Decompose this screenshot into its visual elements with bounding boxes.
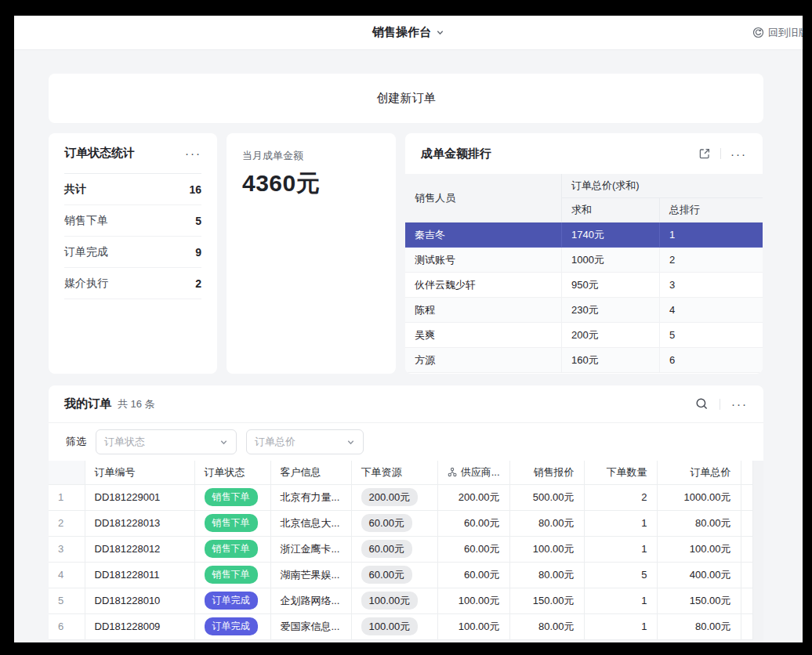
customer-info: 浙江金鹰卡... bbox=[270, 536, 351, 562]
sum-value: 1000元 bbox=[562, 248, 660, 273]
stat-row-order-complete[interactable]: 订单完成 9 bbox=[64, 237, 201, 268]
orders-count: 共 16 条 bbox=[118, 397, 155, 411]
stat-row-media-exec[interactable]: 媒介执行 2 bbox=[64, 268, 201, 299]
order-id: DD181228012 bbox=[85, 536, 194, 562]
supplier-price: 200.00元 bbox=[437, 484, 509, 510]
row-number: 2 bbox=[49, 510, 85, 536]
more-menu-icon[interactable]: ··· bbox=[731, 398, 748, 410]
search-icon[interactable] bbox=[695, 397, 709, 411]
order-total: 100.00元 bbox=[657, 536, 741, 562]
extra-cell bbox=[741, 613, 752, 639]
order-total: 80.00元 bbox=[657, 510, 741, 536]
order-row[interactable]: 5 DD181228010 订单完成 企划路网络... 100.00元 100.… bbox=[49, 588, 752, 613]
my-orders-card: 我的订单 共 16 条 ··· 筛选 订单状态 订单总价 bbox=[49, 385, 763, 642]
order-id: DD181228011 bbox=[85, 562, 194, 588]
my-orders-header: 我的订单 共 16 条 ··· bbox=[49, 385, 763, 423]
stat-row-sales-order[interactable]: 销售下单 5 bbox=[64, 205, 201, 237]
row-number: 5 bbox=[49, 588, 85, 613]
ranking-actions: ··· bbox=[698, 147, 747, 160]
status-badge: 销售下单 bbox=[205, 514, 258, 531]
status-badge: 销售下单 bbox=[205, 540, 258, 557]
chevron-down-icon bbox=[219, 438, 228, 447]
ranking-header: 成单金额排行 ··· bbox=[405, 133, 763, 174]
ranking-table: 销售人员 订单总价(求和) 求和 总排行 秦吉冬 1740元 1 测试账号 10… bbox=[405, 174, 763, 373]
supplier-price: 100.00元 bbox=[437, 588, 509, 613]
customer-info: 北京有力量... bbox=[270, 484, 351, 510]
orders-grid: 订单编号 订单状态 客户信息 下单资源 供应商... bbox=[49, 461, 763, 642]
back-to-old-version-link[interactable]: 回到旧版 bbox=[752, 16, 803, 49]
col-header-supplier[interactable]: 供应商... bbox=[437, 461, 509, 484]
order-status-stats-card: 订单状态统计 ··· 共计 16 销售下单 5 订单完成 9 媒介执行 2 bbox=[49, 133, 217, 374]
ranking-title: 成单金额排行 bbox=[421, 147, 491, 161]
sales-quote: 150.00元 bbox=[509, 588, 584, 613]
order-row[interactable]: 3 DD181228012 销售下单 浙江金鹰卡... 60.00元 60.00… bbox=[49, 536, 752, 562]
ranking-card: 成单金额排行 ··· 销售人员 订单总价(求和) bbox=[405, 133, 763, 374]
chevron-down-icon bbox=[346, 438, 355, 447]
create-order-button[interactable]: 创建新订单 bbox=[49, 74, 763, 123]
sum-value: 160元 bbox=[562, 348, 660, 373]
sum-value: 230元 bbox=[562, 298, 660, 323]
rank-value: 3 bbox=[660, 273, 763, 298]
status-badge: 订单完成 bbox=[205, 617, 258, 635]
col-header-extra bbox=[741, 461, 752, 484]
order-status-filter-select[interactable]: 订单状态 bbox=[96, 429, 237, 454]
order-row[interactable]: 6 DD181228009 订单完成 爱国家信息... 100.00元 100.… bbox=[49, 613, 752, 639]
col-header-order-status[interactable]: 订单状态 bbox=[194, 461, 270, 484]
resource-pill: 60.00元 bbox=[361, 566, 413, 584]
row-number: 6 bbox=[49, 613, 85, 639]
order-total: 400.00元 bbox=[657, 562, 741, 588]
ranking-row[interactable]: 陈程 230元 4 bbox=[405, 298, 763, 323]
ranking-row[interactable]: 秦吉冬 1740元 1 bbox=[405, 223, 763, 248]
stat-value: 2 bbox=[195, 277, 201, 290]
resource-pill: 100.00元 bbox=[361, 617, 419, 636]
order-row[interactable]: 1 DD181229001 销售下单 北京有力量... 200.00元 200.… bbox=[49, 484, 752, 510]
open-external-icon[interactable] bbox=[698, 147, 711, 160]
sales-quote: 80.00元 bbox=[509, 562, 584, 588]
extra-cell bbox=[741, 510, 752, 536]
rank-value: 6 bbox=[660, 348, 763, 373]
ranking-row[interactable]: 测试账号 1000元 2 bbox=[405, 248, 763, 273]
col-header-quote[interactable]: 销售报价 bbox=[509, 461, 584, 484]
row-number: 3 bbox=[49, 536, 85, 562]
customer-info: 北京信息大... bbox=[270, 510, 351, 536]
ranking-row[interactable]: 伙伴云魏少轩 950元 3 bbox=[405, 273, 763, 298]
ranking-row[interactable]: 吴爽 200元 5 bbox=[405, 323, 763, 348]
order-total-filter-select[interactable]: 订单总价 bbox=[246, 429, 364, 454]
month-amount-card: 当月成单金额 4360元 bbox=[227, 133, 396, 374]
col-header-order-id[interactable]: 订单编号 bbox=[85, 461, 194, 484]
resource-pill: 60.00元 bbox=[361, 514, 413, 533]
ranking-row[interactable]: 方源 160元 6 bbox=[405, 348, 763, 373]
ranking-table-head: 销售人员 订单总价(求和) 求和 总排行 bbox=[405, 174, 763, 223]
customer-info: 企划路网络... bbox=[270, 588, 351, 613]
order-id: DD181228009 bbox=[85, 613, 194, 639]
order-row[interactable]: 4 DD181228011 销售下单 湖南芒果娱... 60.00元 60.00… bbox=[49, 562, 752, 588]
order-qty: 1 bbox=[584, 588, 657, 613]
col-header-qty[interactable]: 下单数量 bbox=[584, 461, 657, 484]
resource-pill: 200.00元 bbox=[361, 488, 419, 507]
resource-pill: 60.00元 bbox=[361, 540, 413, 559]
stat-label: 媒介执行 bbox=[64, 277, 108, 291]
order-qty: 1 bbox=[584, 613, 657, 639]
back-label: 回到旧版 bbox=[768, 26, 803, 40]
orders-header-row: 订单编号 订单状态 客户信息 下单资源 供应商... bbox=[49, 461, 752, 484]
salesperson-name: 方源 bbox=[405, 348, 562, 373]
sales-quote: 500.00元 bbox=[509, 484, 584, 510]
divider bbox=[720, 148, 721, 159]
stat-label: 订单完成 bbox=[64, 245, 108, 259]
order-row[interactable]: 2 DD181228013 销售下单 北京信息大... 60.00元 60.00… bbox=[49, 510, 752, 536]
col-header-sum: 求和 bbox=[562, 198, 660, 223]
order-total: 1000.00元 bbox=[657, 484, 741, 510]
status-badge: 销售下单 bbox=[205, 488, 258, 505]
col-header-customer[interactable]: 客户信息 bbox=[270, 461, 351, 484]
more-menu-icon[interactable]: ··· bbox=[730, 148, 747, 160]
stat-value: 16 bbox=[189, 183, 201, 196]
status-badge: 销售下单 bbox=[205, 566, 258, 583]
rank-value: 4 bbox=[660, 298, 763, 323]
stat-row-total[interactable]: 共计 16 bbox=[64, 174, 201, 205]
app-switcher[interactable]: 销售操作台 bbox=[372, 16, 444, 49]
supplier-price: 60.00元 bbox=[437, 510, 509, 536]
app-window: 销售操作台 回到旧版 创建新订单 订单状态统计 ··· bbox=[14, 16, 803, 642]
more-menu-icon[interactable]: ··· bbox=[185, 147, 201, 159]
col-header-resource[interactable]: 下单资源 bbox=[351, 461, 437, 484]
col-header-total[interactable]: 订单总价 bbox=[657, 461, 741, 484]
